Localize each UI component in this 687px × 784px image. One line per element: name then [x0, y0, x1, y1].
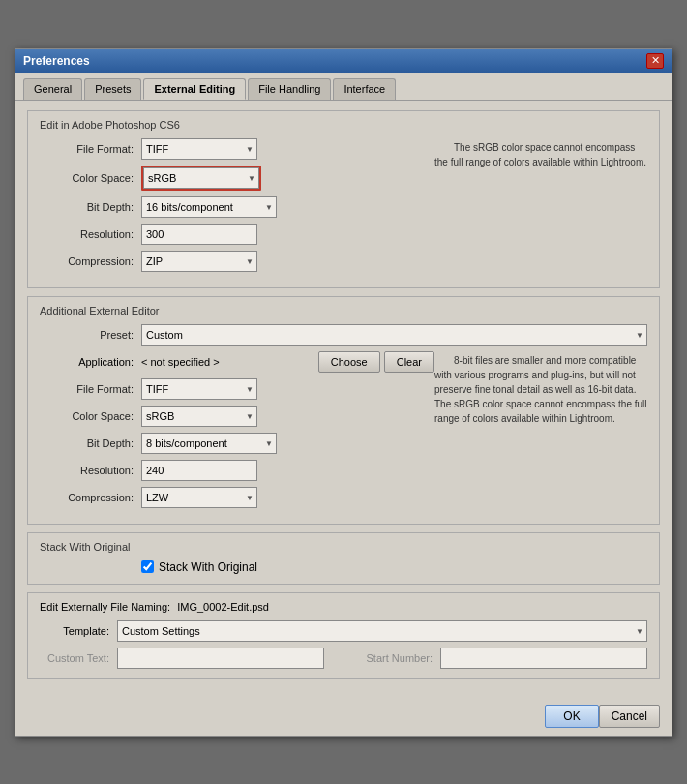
template-label: Template: — [40, 625, 117, 637]
tabs-bar: General Presets External Editing File Ha… — [15, 73, 672, 101]
ok-button[interactable]: OK — [545, 705, 598, 728]
add-file-format-control: TIFF PSD JPEG — [141, 378, 257, 400]
ps-resolution-input[interactable]: 300 — [141, 224, 257, 245]
footer: OK Cancel — [15, 697, 672, 736]
add-preset-select[interactable]: Custom — [141, 324, 647, 346]
naming-section: Edit Externally File Naming: IMG_0002-Ed… — [27, 592, 660, 679]
add-compression-wrapper: LZW None ZIP — [141, 487, 257, 508]
ps-bit-depth-wrapper: 16 bits/component 8 bits/component — [141, 196, 277, 218]
ps-bit-depth-select[interactable]: 16 bits/component 8 bits/component — [141, 196, 277, 218]
ps-file-format-control: TIFF PSD JPEG — [141, 138, 257, 160]
tab-file-handling[interactable]: File Handling — [248, 78, 331, 100]
choose-button[interactable]: Choose — [318, 351, 380, 373]
ps-color-space-select-wrapper: sRGB AdobeRGB ProPhoto RGB — [143, 167, 259, 189]
ps-color-space-control: sRGB AdobeRGB ProPhoto RGB — [141, 166, 261, 191]
add-resolution-input[interactable]: 240 — [141, 460, 257, 481]
stack-checkbox-row: Stack With Original — [141, 560, 647, 574]
photoshop-two-col: File Format: TIFF PSD JPEG — [40, 138, 647, 278]
add-resolution-control: 240 — [141, 460, 257, 481]
cancel-button[interactable]: Cancel — [599, 705, 660, 728]
ps-compression-label: Compression: — [40, 256, 141, 267]
ps-color-space-label: Color Space: — [40, 172, 141, 184]
ps-resolution-label: Resolution: — [40, 228, 141, 240]
ps-compression-wrapper: ZIP None LZW — [141, 251, 257, 272]
preferences-window: Preferences ✕ General Presets External E… — [15, 48, 672, 737]
tab-interface[interactable]: Interface — [333, 78, 396, 100]
add-bit-depth-label: Bit Depth: — [40, 437, 141, 449]
add-app-value: < not specified > — [141, 356, 314, 368]
ps-bit-depth-control: 16 bits/component 8 bits/component — [141, 196, 277, 218]
ps-file-format-row: File Format: TIFF PSD JPEG — [40, 138, 434, 160]
tab-presets[interactable]: Presets — [84, 78, 141, 100]
additional-form-fields: Application: < not specified > Choose Cl… — [40, 351, 434, 514]
ps-compression-select[interactable]: ZIP None LZW — [141, 251, 257, 272]
naming-section-filename: IMG_0002-Edit.psd — [177, 601, 269, 613]
additional-two-col: Application: < not specified > Choose Cl… — [40, 351, 647, 514]
template-select[interactable]: Custom Settings Filename Date - Filename — [117, 620, 647, 642]
stack-checkbox-label: Stack With Original — [159, 560, 257, 574]
add-resolution-row: Resolution: 240 — [40, 460, 434, 481]
ps-file-format-wrapper: TIFF PSD JPEG — [141, 138, 257, 160]
naming-section-title: Edit Externally File Naming: — [40, 601, 170, 613]
naming-section-header: Edit Externally File Naming: IMG_0002-Ed… — [40, 601, 647, 613]
add-compression-control: LZW None ZIP — [141, 487, 257, 508]
custom-text-label: Custom Text: — [40, 652, 117, 664]
ps-file-format-select[interactable]: TIFF PSD JPEG — [141, 138, 257, 160]
add-resolution-label: Resolution: — [40, 465, 141, 476]
add-app-label: Application: — [40, 356, 141, 368]
add-bit-depth-control: 8 bits/component 16 bits/component — [141, 433, 277, 454]
content-area: Edit in Adobe Photoshop CS6 File Format:… — [15, 101, 672, 697]
clear-button[interactable]: Clear — [384, 351, 434, 373]
add-color-space-wrapper: sRGB AdobeRGB ProPhoto RGB — [141, 406, 257, 427]
template-select-wrapper: Custom Settings Filename Date - Filename — [117, 620, 647, 642]
window-title: Preferences — [23, 54, 90, 68]
photoshop-form-fields: File Format: TIFF PSD JPEG — [40, 138, 434, 278]
add-color-space-control: sRGB AdobeRGB ProPhoto RGB — [141, 406, 257, 427]
stack-checkbox[interactable] — [141, 560, 154, 573]
add-bit-depth-wrapper: 8 bits/component 16 bits/component — [141, 433, 277, 454]
ps-bit-depth-row: Bit Depth: 16 bits/component 8 bits/comp… — [40, 196, 434, 218]
add-bit-depth-row: Bit Depth: 8 bits/component 16 bits/comp… — [40, 433, 434, 454]
add-compression-select[interactable]: LZW None ZIP — [141, 487, 257, 508]
custom-text-input[interactable] — [117, 648, 324, 669]
start-number-label: Start Number: — [344, 652, 440, 664]
add-compression-row: Compression: LZW None ZIP — [40, 487, 434, 508]
add-file-format-wrapper: TIFF PSD JPEG — [141, 378, 257, 400]
add-compression-label: Compression: — [40, 492, 141, 503]
template-row: Template: Custom Settings Filename Date … — [40, 620, 647, 642]
stack-section-title: Stack With Original — [40, 541, 647, 553]
add-preset-wrapper: Custom — [141, 324, 647, 346]
stack-section: Stack With Original Stack With Original — [27, 532, 660, 585]
ps-color-space-row: Color Space: sRGB AdobeRGB ProPhoto RGB — [40, 166, 434, 191]
add-preset-select-wrapper: Custom — [141, 324, 647, 346]
ps-compression-control: ZIP None LZW — [141, 251, 257, 272]
photoshop-section: Edit in Adobe Photoshop CS6 File Format:… — [27, 110, 660, 288]
custom-text-row: Custom Text: Start Number: — [40, 648, 647, 669]
add-file-format-row: File Format: TIFF PSD JPEG — [40, 378, 434, 400]
ps-resolution-row: Resolution: 300 — [40, 224, 434, 245]
add-color-space-label: Color Space: — [40, 410, 141, 422]
close-button[interactable]: ✕ — [646, 53, 664, 69]
add-file-format-label: File Format: — [40, 383, 141, 395]
add-color-space-select[interactable]: sRGB AdobeRGB ProPhoto RGB — [141, 406, 257, 427]
tab-external-editing[interactable]: External Editing — [143, 78, 246, 100]
ps-side-note: The sRGB color space cannot encompass th… — [434, 142, 646, 167]
additional-section: Additional External Editor Preset: Custo… — [27, 296, 660, 525]
additional-section-title: Additional External Editor — [40, 305, 647, 317]
ps-color-space-highlight: sRGB AdobeRGB ProPhoto RGB — [141, 166, 261, 191]
ps-file-format-label: File Format: — [40, 143, 141, 155]
ps-note-col: The sRGB color space cannot encompass th… — [434, 138, 647, 169]
start-number-input[interactable] — [440, 648, 647, 669]
ps-color-space-select[interactable]: sRGB AdobeRGB ProPhoto RGB — [143, 167, 259, 189]
ps-resolution-control: 300 — [141, 224, 257, 245]
add-bit-depth-select[interactable]: 8 bits/component 16 bits/component — [141, 433, 277, 454]
tab-general[interactable]: General — [23, 78, 82, 100]
title-bar: Preferences ✕ — [15, 49, 672, 73]
add-app-row: Application: < not specified > Choose Cl… — [40, 351, 434, 373]
add-side-note: 8-bit files are smaller and more compati… — [434, 355, 647, 424]
add-preset-row: Preset: Custom — [40, 324, 647, 346]
photoshop-section-title: Edit in Adobe Photoshop CS6 — [40, 119, 647, 131]
ps-bit-depth-label: Bit Depth: — [40, 201, 141, 213]
add-file-format-select[interactable]: TIFF PSD JPEG — [141, 378, 257, 400]
ps-compression-row: Compression: ZIP None LZW — [40, 251, 434, 272]
